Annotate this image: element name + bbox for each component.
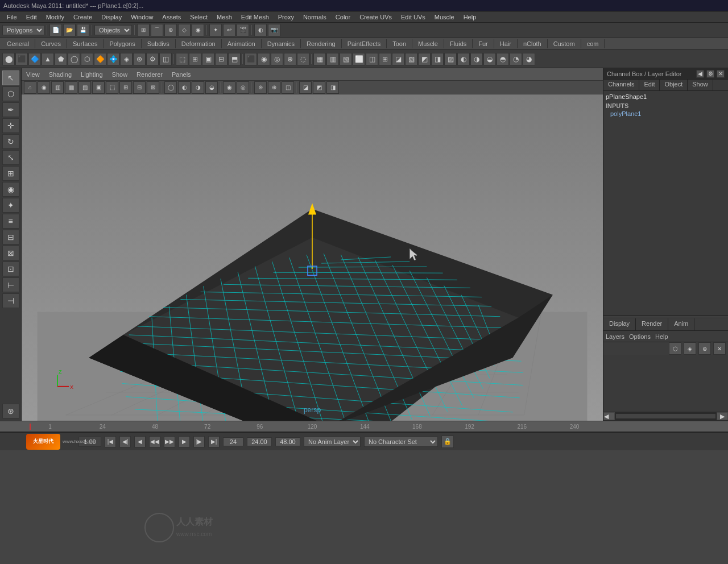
shelf-icon-9[interactable]: 💠 [107,53,119,65]
layer7-btn[interactable]: ⊛ [2,404,19,418]
snap-surface-btn[interactable]: ◇ [178,24,191,36]
menu-color[interactable]: Color [331,13,355,22]
shelf-icon-36[interactable]: ◑ [470,53,483,65]
bar13[interactable]: ◉ [223,81,235,94]
menu-edit[interactable]: Edit [22,13,42,22]
bar11[interactable]: ◑ [192,81,204,94]
shelf-icon-5[interactable]: ⬟ [55,53,67,65]
snap-grid-btn[interactable]: ⊞ [137,24,150,36]
layer-icon3[interactable]: ⊛ [698,342,711,355]
tab-edit[interactable]: Edit [639,80,660,90]
viewport[interactable]: View Shading Lighting Show Renderer Pane… [22,68,603,421]
bar9[interactable]: ◯ [164,81,177,94]
rotate-tool-btn[interactable]: ↻ [2,134,19,149]
layer-menu-layers[interactable]: Layers [606,333,624,340]
home-btn[interactable]: ⌂ [24,81,36,94]
lock-icon[interactable]: 🔒 [441,436,454,448]
playhead[interactable] [30,424,31,430]
tab-fur[interactable]: Fur [473,39,494,48]
scale-tool-btn[interactable]: ⤡ [2,150,19,165]
lasso-tool-btn[interactable]: ⬡ [2,86,19,101]
shelf-icon-30[interactable]: ◪ [392,53,404,65]
tab-painteffects[interactable]: PaintEffects [342,39,387,48]
right-panel-scrollbar[interactable]: ◀ ▶ [603,412,728,421]
view-menu-lighting[interactable]: Lighting [78,70,105,79]
menu-window[interactable]: Window [126,13,158,22]
bar15[interactable]: ⊛ [254,81,267,94]
camera-btn[interactable]: 📷 [268,24,280,36]
open-scene-btn[interactable]: 📂 [63,24,76,36]
bar20[interactable]: ◨ [326,81,339,94]
light-btn[interactable]: ◐ [254,24,267,36]
anim-layer-dropdown[interactable]: No Anim Layer [304,437,361,447]
sculpt-btn[interactable]: ✦ [2,198,19,213]
tab-rendering[interactable]: Rendering [301,39,342,48]
shelf-icon-8[interactable]: 🔶 [94,53,106,65]
manip-btn[interactable]: ✦ [209,24,222,36]
next-key-btn[interactable]: |▶ [193,436,205,447]
tab-deformation[interactable]: Deformation [176,39,222,48]
history-btn[interactable]: ↩ [223,24,235,36]
tab-toon[interactable]: Toon [387,39,412,48]
objects-dropdown[interactable]: Objects [94,25,132,35]
menu-create-uvs[interactable]: Create UVs [355,13,396,22]
menu-create[interactable]: Create [69,13,97,22]
bar16[interactable]: ⊕ [268,81,280,94]
bar8[interactable]: ⊠ [147,81,159,94]
tab-show[interactable]: Show [688,80,713,90]
paint-sel-btn[interactable]: ✒ [2,102,19,117]
shelf-icon-12[interactable]: ⚙ [146,53,159,65]
bar18[interactable]: ◪ [299,81,312,94]
tab-animation[interactable]: Animation [222,39,262,48]
view-menu-view[interactable]: View [24,70,42,79]
bar12[interactable]: ◒ [205,81,218,94]
layer3-btn[interactable]: ⊠ [2,246,19,260]
menu-muscle[interactable]: Muscle [430,13,459,22]
shelf-icon-20[interactable]: ◉ [258,53,270,65]
prev-frame-btn[interactable]: ◀ [134,436,146,447]
tab-dynamics[interactable]: Dynamics [262,39,301,48]
select-tool-btn[interactable]: ↖ [2,70,19,85]
shelf-icon-23[interactable]: ◌ [297,53,309,65]
shelf-icon-24[interactable]: ▦ [313,53,326,65]
bar10[interactable]: ◐ [178,81,191,94]
shelf-icon-39[interactable]: ◔ [510,53,522,65]
shelf-icon-21[interactable]: ◎ [271,53,283,65]
tab-custom[interactable]: Custom [548,39,581,48]
tab-channels[interactable]: Channels [603,80,639,90]
time-field[interactable] [223,437,243,446]
shelf-icon-3[interactable]: 🔷 [28,53,41,65]
bar4[interactable]: ▣ [92,81,105,94]
tab-com[interactable]: com [581,39,605,48]
tab-general[interactable]: General [1,39,35,48]
bar5[interactable]: ⬚ [106,81,118,94]
view-menu-renderer[interactable]: Renderer [134,70,165,79]
scroll-left[interactable]: ◀ [603,412,615,420]
bar17[interactable]: ◫ [282,81,294,94]
tab-hair[interactable]: Hair [494,39,518,48]
tab-fluids[interactable]: Fluids [444,39,473,48]
layer4-btn[interactable]: ⊡ [2,262,19,276]
shelf-icon-35[interactable]: ◐ [457,53,470,65]
shelf-icon-18[interactable]: ⬒ [228,53,241,65]
layer5-btn[interactable]: ⊢ [2,277,19,292]
cb-input-polyplane[interactable]: polyPlane1 [606,110,726,117]
snap-live-btn[interactable]: ◉ [192,24,204,36]
shelf-icon-40[interactable]: ◕ [523,53,535,65]
shelf-icon-17[interactable]: ⊟ [215,53,228,65]
layer2-btn[interactable]: ⊟ [2,230,19,244]
menu-display[interactable]: Display [97,13,126,22]
shelf-icon-31[interactable]: ▧ [405,53,417,65]
move-tool-btn[interactable]: ✛ [2,118,19,133]
layer-icon4[interactable]: ✕ [713,342,726,355]
layer-btn[interactable]: ≡ [2,214,19,229]
menu-edit-uvs[interactable]: Edit UVs [396,13,430,22]
cam-icon[interactable]: ◉ [38,81,50,94]
shelf-icon-19[interactable]: ⬛ [245,53,257,65]
shelf-icon-29[interactable]: ⊞ [379,53,391,65]
shelf-icon-33[interactable]: ◨ [431,53,444,65]
shelf-icon-6[interactable]: ◯ [68,53,80,65]
new-scene-btn[interactable]: 📄 [49,24,62,36]
tab-display[interactable]: Display [603,318,636,330]
scrollbar-track[interactable] [616,414,715,418]
